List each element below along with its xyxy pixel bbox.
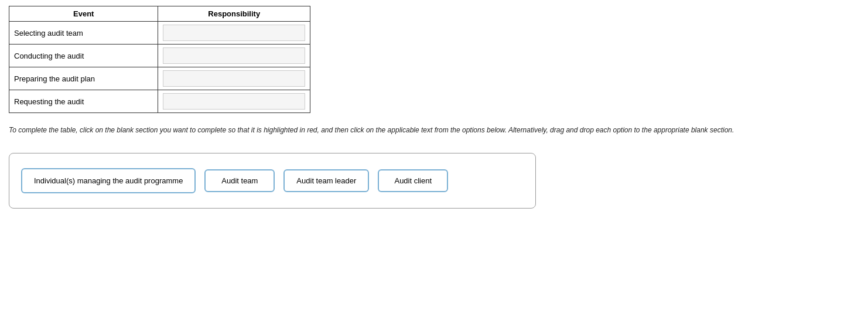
options-container: Individual(s) managing the audit program… bbox=[9, 153, 536, 209]
option-btn-audit-client[interactable]: Audit client bbox=[378, 169, 448, 192]
event-cell-3: Requesting the audit bbox=[9, 90, 158, 113]
audit-table: Event Responsibility Selecting audit tea… bbox=[9, 6, 310, 113]
table-row: Preparing the audit plan bbox=[9, 67, 310, 90]
option-btn-audit-team[interactable]: Audit team bbox=[204, 169, 275, 192]
event-cell-0: Selecting audit team bbox=[9, 22, 158, 45]
table-header-responsibility: Responsibility bbox=[158, 6, 310, 22]
responsibility-cell-1[interactable] bbox=[158, 45, 310, 67]
responsibility-cell-3[interactable] bbox=[158, 90, 310, 113]
table-row: Selecting audit team bbox=[9, 22, 310, 45]
drop-box-0[interactable] bbox=[163, 25, 305, 41]
drop-box-3[interactable] bbox=[163, 93, 305, 110]
table-row: Conducting the audit bbox=[9, 45, 310, 67]
event-cell-2: Preparing the audit plan bbox=[9, 67, 158, 90]
responsibility-cell-0[interactable] bbox=[158, 22, 310, 45]
responsibility-cell-2[interactable] bbox=[158, 67, 310, 90]
option-btn-audit-team-leader[interactable]: Audit team leader bbox=[283, 169, 369, 192]
table-row: Requesting the audit bbox=[9, 90, 310, 113]
drop-box-2[interactable] bbox=[163, 70, 305, 87]
event-cell-1: Conducting the audit bbox=[9, 45, 158, 67]
drop-box-1[interactable] bbox=[163, 47, 305, 64]
instructions-text: To complete the table, click on the blan… bbox=[9, 125, 829, 135]
option-btn-managing[interactable]: Individual(s) managing the audit program… bbox=[21, 168, 196, 193]
table-header-event: Event bbox=[9, 6, 158, 22]
